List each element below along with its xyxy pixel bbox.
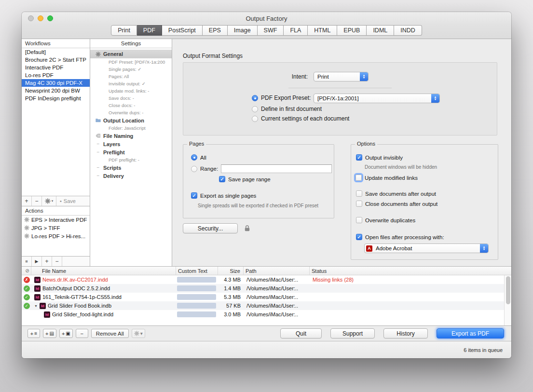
- add-folder-button[interactable]: + ▣: [59, 329, 73, 338]
- minimize-button[interactable]: [38, 15, 43, 21]
- table-scrollbar[interactable]: [504, 275, 511, 325]
- workflow-gear-menu[interactable]: ▾: [42, 196, 56, 206]
- pages-range-radio[interactable]: [191, 166, 197, 172]
- save-page-range-checkbox[interactable]: ✓: [219, 176, 225, 182]
- add-file-button[interactable]: + ▤: [43, 329, 56, 338]
- output-invisibly-checkbox[interactable]: ✓: [356, 154, 362, 161]
- tab-pdf[interactable]: PDF: [137, 25, 162, 36]
- remove-all-button[interactable]: Remove All: [91, 329, 129, 338]
- tab-fla[interactable]: FLA: [284, 25, 308, 36]
- file-size: 57 KB: [218, 303, 244, 309]
- tab-eps[interactable]: EPS: [203, 25, 228, 36]
- table-row[interactable]: Id Grid Slider_food-light.indd 3.0 MB /V…: [22, 310, 511, 319]
- run-action-button[interactable]: ▶: [32, 257, 42, 266]
- export-as-pdf-button[interactable]: Export as PDF: [437, 328, 504, 338]
- save-workflow-button[interactable]: • Save: [56, 196, 90, 206]
- tab-indd[interactable]: INDD: [394, 25, 422, 36]
- table-row[interactable]: ✓ Id 161_Teknik-GT754-1p-CS55.indd 5.3 M…: [22, 293, 511, 301]
- column-header-status[interactable]: Status: [310, 267, 504, 275]
- settings-header: Settings: [90, 39, 172, 48]
- quit-button[interactable]: Quit: [280, 328, 322, 338]
- range-input[interactable]: [221, 164, 332, 173]
- workflow-item[interactable]: Interactive PDF: [22, 64, 90, 71]
- add-workflow-button[interactable]: +: [22, 196, 32, 206]
- security-button[interactable]: Security...: [183, 223, 238, 233]
- tab-print[interactable]: Print: [111, 25, 137, 36]
- disclosure-triangle-icon[interactable]: ▼: [34, 304, 38, 308]
- intent-popup[interactable]: Print ▲ ▼: [314, 72, 369, 81]
- close-button[interactable]: [28, 15, 34, 21]
- settings-section-preflight[interactable]: − Preflight: [90, 148, 172, 156]
- open-files-after-checkbox[interactable]: ✓: [356, 234, 362, 240]
- custom-text-field[interactable]: [177, 294, 216, 300]
- add-with-options-button[interactable]: + ≡: [27, 329, 40, 338]
- gear-icon: [24, 217, 29, 222]
- workflow-item[interactable]: PDF InDesign preflight: [22, 95, 90, 102]
- overwrite-duplicates-checkbox[interactable]: [356, 217, 362, 223]
- settings-summary-item: Save docs: -: [90, 95, 172, 102]
- support-button[interactable]: Support: [330, 328, 375, 338]
- current-settings-radio[interactable]: [252, 116, 258, 122]
- workflows-list: [Default] Brochure 2C > Start FTP Intera…: [22, 48, 90, 196]
- workflow-item[interactable]: Brochure 2C > Start FTP: [22, 56, 90, 64]
- pages-legend: Pages: [187, 141, 206, 147]
- scrollbar-thumb[interactable]: [506, 276, 510, 304]
- workflow-item[interactable]: [Default]: [22, 48, 90, 56]
- dash-icon: −: [95, 165, 101, 170]
- action-item[interactable]: Lo-res PDF > Hi-res...: [22, 232, 90, 240]
- tab-html[interactable]: HTML: [308, 25, 337, 36]
- action-item[interactable]: EPS > Interactive PDF: [22, 216, 90, 224]
- list-icon: ≡: [34, 331, 37, 336]
- tab-image[interactable]: Image: [228, 25, 258, 36]
- settings-section-scripts[interactable]: − Scripts: [90, 163, 172, 172]
- workflow-item-selected[interactable]: Mag 4C 300 dpi PDF-X: [22, 79, 90, 87]
- column-header-size[interactable]: Size: [218, 267, 244, 275]
- custom-text-field[interactable]: [177, 311, 216, 317]
- pdf-export-preset-radio[interactable]: [252, 95, 258, 101]
- workflows-toolbar: + − ▾ • Save: [22, 196, 90, 206]
- remove-workflow-button[interactable]: −: [32, 196, 42, 206]
- workflow-item[interactable]: Lo-res PDF: [22, 71, 90, 79]
- define-first-doc-radio[interactable]: [252, 106, 258, 112]
- custom-text-field[interactable]: [177, 277, 216, 283]
- popup-stepper: ▲ ▼: [480, 244, 488, 253]
- minus-icon: −: [81, 331, 83, 337]
- column-header-status-icon[interactable]: ⊘: [22, 267, 31, 275]
- zoom-button[interactable]: [47, 15, 53, 21]
- settings-section-file-naming[interactable]: File Naming: [90, 132, 172, 140]
- workflow-item[interactable]: Newsprint 200 dpi BW: [22, 87, 90, 95]
- remove-file-button[interactable]: −: [76, 329, 88, 338]
- pdf-preset-popup[interactable]: [PDF/X-1a:2001] ▲ ▼: [314, 94, 440, 103]
- column-header-path[interactable]: Path: [244, 267, 310, 275]
- custom-text-field[interactable]: [177, 285, 216, 291]
- tab-postscript[interactable]: PostScript: [162, 25, 203, 36]
- action-item[interactable]: JPG > TIFF: [22, 224, 90, 232]
- stop-action-button[interactable]: ■: [22, 257, 32, 266]
- file-gear-menu[interactable]: ▾: [132, 329, 145, 338]
- save-documents-checkbox[interactable]: [356, 190, 362, 197]
- remove-action-button[interactable]: −: [52, 257, 62, 266]
- pages-all-radio[interactable]: [191, 154, 197, 161]
- update-modified-links-checkbox[interactable]: [355, 175, 362, 181]
- export-single-pages-checkbox[interactable]: ✓: [191, 192, 197, 199]
- intent-label: Intent:: [183, 73, 308, 80]
- history-button[interactable]: History: [383, 328, 428, 338]
- tab-swf[interactable]: SWF: [258, 25, 284, 36]
- close-documents-checkbox[interactable]: [356, 201, 362, 207]
- add-action-button[interactable]: +: [42, 257, 52, 266]
- tab-idml[interactable]: IDML: [367, 25, 394, 36]
- table-row[interactable]: ✗ Id News.dr.IK.av-CC2017.indd 4.3 MB /V…: [22, 275, 511, 284]
- table-row[interactable]: ✓ Id BatchOutput DOC 2.5.2.indd 1.4 MB /…: [22, 284, 511, 293]
- tab-epub[interactable]: EPUB: [337, 25, 367, 36]
- chevron-down-icon: ▾: [52, 199, 54, 203]
- table-row[interactable]: ✓ ▼ Id Grid Slider Food Book.indb 57 KB …: [22, 301, 511, 310]
- custom-text-field[interactable]: [177, 303, 216, 309]
- table-body: ✗ Id News.dr.IK.av-CC2017.indd 4.3 MB /V…: [22, 275, 511, 319]
- column-header-filename[interactable]: File Name: [31, 267, 176, 275]
- settings-section-output-location[interactable]: Output Location: [90, 116, 172, 124]
- column-header-custom-text[interactable]: Custom Text: [176, 267, 218, 275]
- open-with-popup[interactable]: A Adobe Acrobat ▲ ▼: [364, 243, 489, 253]
- settings-section-layers[interactable]: − Layers: [90, 140, 172, 148]
- settings-section-general[interactable]: General: [90, 50, 172, 58]
- settings-section-delivery[interactable]: − Delivery: [90, 172, 172, 180]
